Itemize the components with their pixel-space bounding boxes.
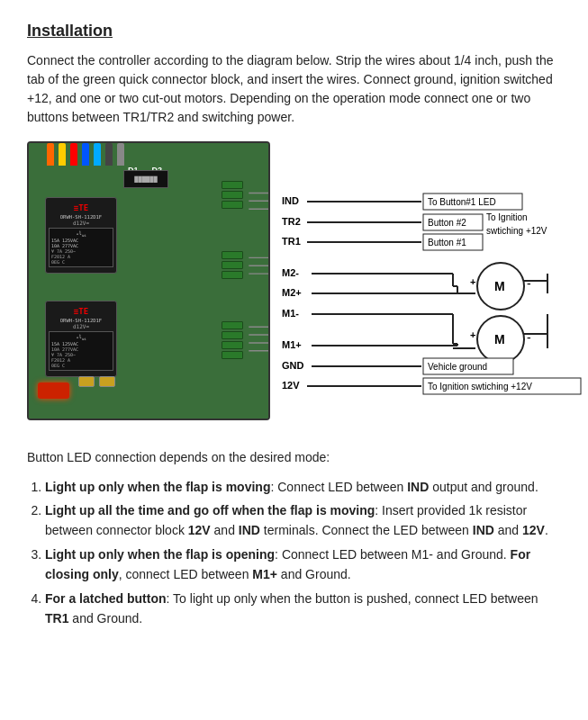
svg-text:To Ignition swtiching +12V: To Ignition swtiching +12V xyxy=(428,382,532,392)
wiring-svg: IND TR2 TR1 M2- M2+ M1- M1+ GND 12V To B… xyxy=(277,150,588,429)
svg-text:M1-: M1- xyxy=(282,308,299,319)
svg-text:-: - xyxy=(527,330,531,345)
list-item-4: For a latched button: To light up only w… xyxy=(45,589,561,629)
svg-text:To Ignition: To Ignition xyxy=(486,212,528,222)
svg-text:swtiching +12V: swtiching +12V xyxy=(486,226,547,236)
item1-bold: Light up only when the flap is moving xyxy=(45,480,270,494)
item4-bold: For a latched button xyxy=(45,591,167,606)
svg-text:M: M xyxy=(494,332,505,346)
svg-text:GND: GND xyxy=(282,360,304,371)
diagram-container: D1 D2 ██████ ≡TE ORWH-SH-112D1F d12V= ₐl… xyxy=(27,141,561,432)
svg-text:12V: 12V xyxy=(282,380,300,391)
list-item-2: Light up all the time and go off when th… xyxy=(45,500,561,541)
svg-text:IND: IND xyxy=(282,195,299,206)
svg-text:To Button#1 LED: To Button#1 LED xyxy=(428,197,496,207)
svg-text:M1+: M1+ xyxy=(282,339,302,350)
svg-text:+: + xyxy=(470,276,475,287)
svg-text:M2-: M2- xyxy=(282,267,299,278)
page-title: Installation xyxy=(27,22,561,40)
svg-text:TR2: TR2 xyxy=(282,216,301,227)
pcb-image: D1 D2 ██████ ≡TE ORWH-SH-112D1F d12V= ₐl… xyxy=(27,141,270,420)
list-item-1: Light up only when the flap is moving: C… xyxy=(45,477,561,497)
svg-text:TR1: TR1 xyxy=(282,236,301,247)
svg-text:Button #2: Button #2 xyxy=(428,218,466,228)
bottom-text-section: Button LED connection depends on the des… xyxy=(27,448,561,628)
item2-bold: Light up all the time and go off when th… xyxy=(45,503,375,518)
svg-text:M2+: M2+ xyxy=(282,287,302,298)
svg-text:+: + xyxy=(470,329,475,340)
svg-text:-: - xyxy=(527,276,531,291)
list-item-3: Light up only when the flap is opening: … xyxy=(45,544,561,585)
instructions-list: Light up only when the flap is moving: C… xyxy=(45,477,561,629)
item3-bold: Light up only when the flap is opening xyxy=(45,547,275,562)
svg-text:Button #1: Button #1 xyxy=(428,238,466,248)
svg-text:M: M xyxy=(494,279,505,293)
intro-paragraph: Connect the controller according to the … xyxy=(27,51,561,127)
svg-text:Vehicle ground: Vehicle ground xyxy=(428,362,487,372)
wiring-diagram: IND TR2 TR1 M2- M2+ M1- M1+ GND 12V To B… xyxy=(270,141,588,432)
led-connection-intro: Button LED connection depends on the des… xyxy=(27,448,561,468)
